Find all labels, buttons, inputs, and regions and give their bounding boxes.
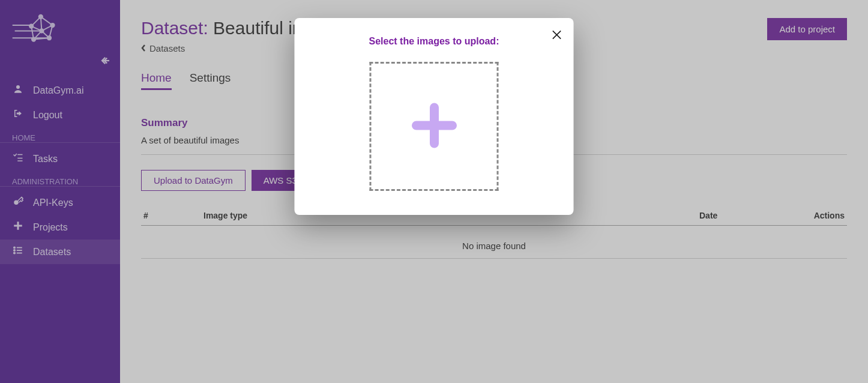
modal-title: Select the images to upload:	[313, 36, 556, 47]
upload-dropzone[interactable]	[370, 62, 499, 191]
upload-modal: Select the images to upload:	[295, 18, 574, 215]
svg-rect-38	[412, 121, 457, 130]
plus-icon	[407, 98, 461, 155]
close-icon[interactable]	[551, 29, 563, 41]
